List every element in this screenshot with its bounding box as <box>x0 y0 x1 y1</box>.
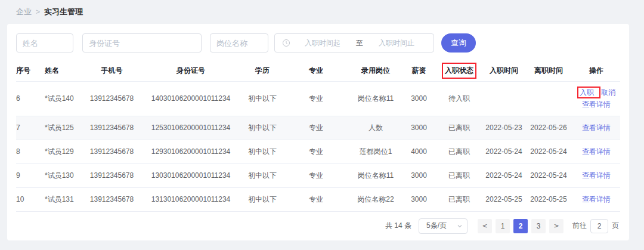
page-button-3[interactable]: 3 <box>531 219 546 233</box>
cell-status: 已离职 <box>435 140 483 163</box>
action-view-details[interactable]: 查看详情 <box>582 195 611 203</box>
action-onboard[interactable]: 入职 <box>577 87 600 98</box>
entry-date-start-field[interactable]: 入职时间起 <box>293 38 352 48</box>
highlighted-column-header: 入职状态 <box>442 63 476 79</box>
cell-index: 10 <box>16 187 45 211</box>
cell-id-number: 12930106200001011234 <box>140 140 242 163</box>
table-row: 9*试员1301391234567813030106200001011234初中… <box>16 163 620 187</box>
column-header: 录用岗位 <box>349 61 402 81</box>
action-line: 查看详情 <box>572 146 620 158</box>
cell-education: 初中以下 <box>242 163 283 187</box>
cell-salary: 3000 <box>402 187 435 211</box>
cell-entry-date <box>483 81 525 116</box>
cell-phone: 13912345678 <box>83 140 140 163</box>
table-row: 10*试员1311391234567813130106200001011234初… <box>16 187 620 211</box>
position-name-input[interactable] <box>210 33 268 53</box>
cell-position: 岗位名称11 <box>349 81 402 116</box>
page-button-2[interactable]: 2 <box>513 219 528 233</box>
table-body: 6*试员1401391234567814030106200001011234初中… <box>16 81 620 211</box>
cell-salary: 3000 <box>402 116 435 140</box>
entry-date-range-picker[interactable]: 入职时间起 至 入职时间止 <box>274 33 434 53</box>
column-header: 专业 <box>283 61 349 81</box>
column-header: 入职时间 <box>483 61 525 81</box>
page-buttons: 123 <box>494 219 547 233</box>
cell-leave-date: 2022-05-24 <box>525 140 572 163</box>
cell-major: 专业 <box>283 81 349 116</box>
action-cancel[interactable]: 取消 <box>601 88 615 97</box>
column-header: 薪资 <box>402 61 435 81</box>
cell-id-number: 13130106200001011234 <box>140 187 242 211</box>
cell-position: 岗位名称11 <box>349 163 402 187</box>
cell-education: 初中以下 <box>242 116 283 140</box>
cell-phone: 13912345678 <box>83 163 140 187</box>
cell-actions: 查看详情 <box>572 116 620 140</box>
cell-status: 已离职 <box>435 187 483 211</box>
action-view-details[interactable]: 查看详情 <box>582 171 611 180</box>
id-number-input[interactable] <box>82 33 202 53</box>
cell-education: 初中以下 <box>242 140 283 163</box>
column-header: 操作 <box>572 61 620 81</box>
cell-actions: 入职取消查看详情 <box>572 81 620 116</box>
goto-page-input[interactable] <box>590 219 608 233</box>
cell-entry-date: 2022-05-24 <box>483 140 525 163</box>
cell-major: 专业 <box>283 163 349 187</box>
cell-salary: 4000 <box>402 140 435 163</box>
action-view-details[interactable]: 查看详情 <box>582 147 611 156</box>
next-page-button[interactable]: > <box>549 219 564 233</box>
search-button[interactable]: 查询 <box>441 33 476 53</box>
name-input[interactable] <box>16 33 73 53</box>
action-line: 查看详情 <box>572 169 620 181</box>
table-header-row: 序号姓名手机号身份证号学历专业录用岗位薪资入职状态入职时间离职时间操作 <box>16 61 620 81</box>
prev-page-button[interactable]: < <box>478 219 492 233</box>
cell-name: *试员129 <box>45 140 83 163</box>
total-count-label: 共 14 条 <box>385 221 411 231</box>
filter-bar: 入职时间起 至 入职时间止 查询 <box>16 33 620 53</box>
chevron-down-icon <box>457 223 463 229</box>
cell-leave-date: 2022-05-24 <box>525 163 572 187</box>
breadcrumb-root[interactable]: 企业 <box>16 7 32 17</box>
cell-entry-date: 2022-05-24 <box>483 163 525 187</box>
goto-page: 前往 页 <box>572 219 619 233</box>
action-view-details[interactable]: 查看详情 <box>582 124 611 132</box>
cell-leave-date: 2022-05-25 <box>525 187 572 211</box>
cell-phone: 13912345678 <box>83 116 140 140</box>
cell-position: 莲都岗位1 <box>349 140 402 163</box>
cell-education: 初中以下 <box>242 81 283 116</box>
cell-leave-date <box>525 81 572 116</box>
entry-date-end-field[interactable]: 入职时间止 <box>367 38 426 48</box>
cell-name: *试员130 <box>45 163 83 187</box>
cell-salary: 3000 <box>402 81 435 116</box>
cell-status: 已离职 <box>435 163 483 187</box>
cell-phone: 13912345678 <box>83 187 140 211</box>
action-line: 查看详情 <box>572 122 620 134</box>
content-card: 入职时间起 至 入职时间止 查询 序号姓名手机号身份证号学历专业录用岗位薪资入职… <box>7 24 629 240</box>
table-row: 7*试员1251391234567812530106200001011234初中… <box>16 116 620 140</box>
cell-major: 专业 <box>283 116 349 140</box>
column-header: 身份证号 <box>140 61 242 81</box>
breadcrumb-separator: > <box>36 8 40 16</box>
page-size-select[interactable]: 5条/页 <box>419 218 467 234</box>
cell-name: *试员140 <box>45 81 83 116</box>
breadcrumb-current: 实习生管理 <box>44 7 83 17</box>
cell-entry-date: 2022-05-25 <box>483 187 525 211</box>
pagination: 共 14 条 5条/页 < 123 > 前往 页 <box>16 218 620 234</box>
date-range-separator: 至 <box>352 38 367 48</box>
column-header: 入职状态 <box>435 61 483 81</box>
cell-id-number: 13030106200001011234 <box>140 163 242 187</box>
cell-id-number: 14030106200001011234 <box>140 81 242 116</box>
table-header: 序号姓名手机号身份证号学历专业录用岗位薪资入职状态入职时间离职时间操作 <box>16 61 620 81</box>
page-button-1[interactable]: 1 <box>496 219 510 233</box>
cell-name: *试员131 <box>45 187 83 211</box>
cell-major: 专业 <box>283 140 349 163</box>
cell-education: 初中以下 <box>242 187 283 211</box>
cell-position: 岗位名称22 <box>349 187 402 211</box>
cell-position: 人数 <box>349 116 402 140</box>
column-header: 序号 <box>16 61 45 81</box>
action-line: 入职取消 <box>572 87 620 98</box>
cell-leave-date: 2022-05-26 <box>525 116 572 140</box>
column-header: 学历 <box>242 61 283 81</box>
table-row: 6*试员1401391234567814030106200001011234初中… <box>16 81 620 116</box>
cell-status: 已离职 <box>435 116 483 140</box>
action-view-details[interactable]: 查看详情 <box>582 100 611 109</box>
cell-salary: 3000 <box>402 163 435 187</box>
